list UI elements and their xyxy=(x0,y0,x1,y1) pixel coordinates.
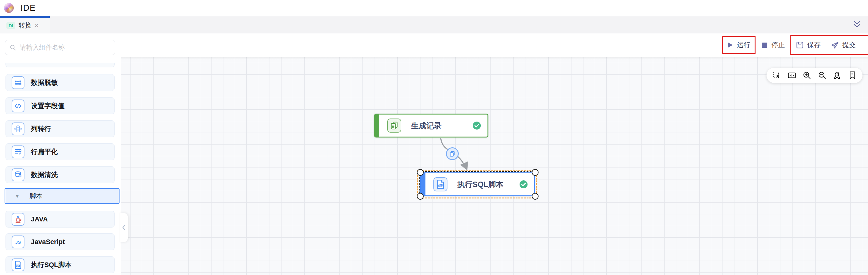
component-sidebar: 数据脱敏 设置字段值 列转行 xyxy=(0,33,120,275)
tab-transform[interactable]: DI 转换 × xyxy=(0,16,50,33)
svg-text:JS: JS xyxy=(15,239,21,244)
stop-button-label: 停止 xyxy=(771,40,785,50)
list-item-partial[interactable] xyxy=(5,63,115,67)
list-item-label: 数据清洗 xyxy=(31,170,58,180)
list-item-label: 执行SQL脚本 xyxy=(31,260,71,270)
data-mask-icon xyxy=(11,76,25,89)
node-resize-handle[interactable] xyxy=(417,193,424,200)
node-resize-handle[interactable] xyxy=(532,193,538,200)
tab-label: 转换 xyxy=(19,21,31,30)
edge-copy-badge[interactable] xyxy=(446,147,459,160)
list-item-execute-sql[interactable]: SQL 执行SQL脚本 xyxy=(5,256,115,273)
node-accent-bar xyxy=(421,173,426,195)
list-item-data-mask[interactable]: 数据脱敏 xyxy=(5,74,115,91)
list-item-label: JavaScript xyxy=(31,238,65,246)
row-flatten-icon xyxy=(11,145,25,158)
section-triangle-icon: ▼ xyxy=(15,194,20,199)
list-item-set-field-value[interactable]: 设置字段值 xyxy=(5,98,115,114)
node-generate-records[interactable]: 生成记录 xyxy=(374,114,488,138)
list-item-label: 列转行 xyxy=(31,124,51,134)
play-icon xyxy=(726,42,734,49)
section-header-script[interactable]: ▼ 脚本 xyxy=(5,188,120,204)
node-accent-bar xyxy=(375,114,379,137)
submit-button[interactable]: 提交 xyxy=(831,40,856,50)
list-item-column-to-row[interactable]: 列转行 xyxy=(5,120,115,137)
node-label: 执行SQL脚本 xyxy=(457,180,503,190)
list-item-label: 设置字段值 xyxy=(31,101,64,111)
node-label: 生成记录 xyxy=(411,121,442,131)
sql-file-icon: SQL xyxy=(433,177,447,191)
locate-icon[interactable] xyxy=(832,71,842,80)
stop-square-icon xyxy=(761,42,768,49)
app-header: IDE xyxy=(0,0,868,16)
list-item-label: 行扁平化 xyxy=(31,147,58,157)
run-button-label: 运行 xyxy=(737,40,750,50)
set-field-value-icon xyxy=(11,100,25,112)
sql-file-icon: SQL xyxy=(11,258,25,271)
actual-size-icon[interactable] xyxy=(787,71,797,80)
bookmark-icon[interactable] xyxy=(847,71,857,80)
tab-type-badge: DI xyxy=(6,22,15,29)
list-item-row-flatten[interactable]: 行扁平化 xyxy=(5,143,115,160)
section-label: 脚本 xyxy=(30,192,42,200)
canvas-mini-toolbar xyxy=(767,68,863,83)
flow-canvas[interactable] xyxy=(121,57,868,275)
search-input[interactable] xyxy=(19,44,106,51)
node-resize-handle[interactable] xyxy=(532,169,538,176)
marquee-select-icon[interactable] xyxy=(772,71,781,80)
svg-text:SQL: SQL xyxy=(438,184,442,187)
copy-icon xyxy=(449,150,456,157)
save-button[interactable]: 保存 xyxy=(796,40,820,50)
success-check-icon xyxy=(519,180,528,189)
component-search[interactable] xyxy=(5,40,115,55)
copy-records-icon xyxy=(387,118,401,133)
zoom-in-icon[interactable] xyxy=(802,71,812,80)
zoom-out-icon[interactable] xyxy=(817,71,827,80)
list-item-label: JAVA xyxy=(31,215,48,223)
list-item-javascript[interactable]: JS JavaScript xyxy=(5,233,115,250)
app-title: IDE xyxy=(21,3,36,13)
success-check-icon xyxy=(472,121,481,130)
js-icon: JS xyxy=(11,236,25,248)
stop-button[interactable]: 停止 xyxy=(761,40,785,50)
node-selection-box: SQL 执行SQL脚本 xyxy=(417,170,537,198)
tab-bar: DI 转换 × xyxy=(0,16,868,33)
column-to-row-icon xyxy=(11,122,25,135)
component-list: 数据脱敏 设置字段值 列转行 xyxy=(0,57,120,275)
data-clean-icon xyxy=(11,168,25,181)
list-item-java[interactable]: JAVA xyxy=(5,211,115,227)
chevron-left-icon xyxy=(122,224,127,231)
list-item-data-clean[interactable]: 数据清洗 xyxy=(5,166,115,183)
node-execute-sql[interactable]: SQL 执行SQL脚本 xyxy=(420,172,535,196)
java-cup-icon xyxy=(11,213,25,226)
app-logo xyxy=(4,3,14,13)
tab-close-icon[interactable]: × xyxy=(34,22,38,29)
run-button[interactable]: 运行 xyxy=(726,40,750,50)
save-button-label: 保存 xyxy=(807,40,820,50)
list-item-label: 数据脱敏 xyxy=(31,78,58,87)
submit-plane-icon xyxy=(831,41,839,49)
svg-text:SQL: SQL xyxy=(16,265,19,267)
node-resize-handle[interactable] xyxy=(417,169,424,176)
save-floppy-icon xyxy=(796,41,804,49)
sidebar-collapse-handle[interactable] xyxy=(120,213,128,242)
submit-button-label: 提交 xyxy=(842,40,856,50)
search-icon xyxy=(9,44,16,51)
double-chevron-down-icon[interactable] xyxy=(851,19,863,30)
